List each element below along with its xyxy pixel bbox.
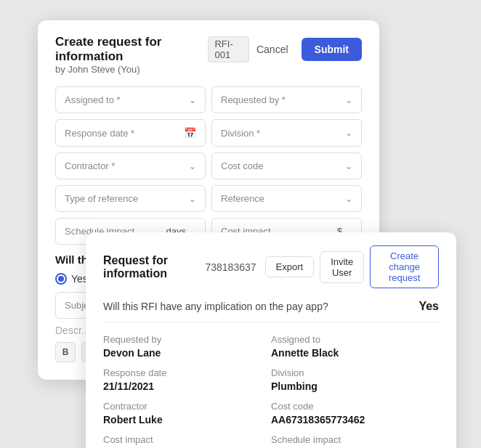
cost-code-label: Cost code bbox=[221, 160, 264, 171]
form-row-4: Type of reference ⌄ Reference ⌄ bbox=[55, 185, 362, 212]
export-button[interactable]: Export bbox=[265, 256, 315, 277]
front-card-header: Request for information 738183637 Export… bbox=[103, 245, 439, 288]
info-row-1: Requested by Devon Lane Assigned to Anne… bbox=[103, 334, 439, 359]
reference-field[interactable]: Reference ⌄ bbox=[211, 185, 362, 212]
info-row-2: Response date 21/11/2021 Division Plumbi… bbox=[103, 367, 439, 392]
front-card-title: Request for information bbox=[103, 254, 196, 280]
response-date-label: Response date bbox=[103, 367, 271, 378]
response-date-value: 21/11/2021 bbox=[103, 380, 271, 392]
division-field[interactable]: Division * ⌄ bbox=[211, 119, 362, 147]
requested-by-value: Devon Lane bbox=[103, 347, 271, 359]
schedule-impact-cell: Schedule impact 15 days bbox=[271, 434, 439, 448]
info-row-3: Contractor Robert Luke Cost code AA67318… bbox=[103, 401, 439, 425]
cancel-button[interactable]: Cancel bbox=[249, 39, 296, 60]
contractor-field[interactable]: Contractor * ⌄ bbox=[55, 152, 206, 179]
invite-user-button[interactable]: Invite User bbox=[320, 251, 364, 283]
yes-radio-dot bbox=[55, 273, 67, 285]
assigned-to-value: Annette Black bbox=[271, 347, 439, 359]
cost-impact-label: Cost impact bbox=[103, 434, 271, 445]
rfi-detail-card: Request for information 738183637 Export… bbox=[86, 232, 456, 448]
rfi-number: 738183637 bbox=[205, 261, 256, 273]
chevron-down-icon: ⌄ bbox=[189, 194, 196, 204]
contractor-cell: Contractor Robert Luke bbox=[103, 401, 271, 425]
by-line: by John Steve (You) bbox=[55, 64, 362, 75]
card-title: Create request for information bbox=[55, 35, 201, 64]
submit-button[interactable]: Submit bbox=[302, 38, 362, 61]
cost-impact-cell: Cost impact $ 1,256 bbox=[103, 434, 271, 448]
create-change-request-button[interactable]: Create change request bbox=[370, 245, 439, 288]
contractor-value: Robert Luke bbox=[103, 414, 271, 425]
form-row-2: Response date * 📅 Division * ⌄ bbox=[55, 119, 362, 147]
division-label: Division bbox=[271, 367, 439, 378]
pay-app-row: Will this RFI have any implication on th… bbox=[103, 300, 439, 322]
assigned-to-cell: Assigned to Annette Black bbox=[271, 334, 439, 359]
response-date-field[interactable]: Response date * 📅 bbox=[55, 119, 206, 147]
division-cell: Division Plumbing bbox=[271, 367, 439, 392]
pay-app-question-text: Will this RFI have any implication on th… bbox=[103, 301, 328, 312]
assigned-to-label: Assigned to * bbox=[65, 94, 121, 105]
cost-code-value: AA67318365773462 bbox=[271, 414, 439, 425]
chevron-down-icon: ⌄ bbox=[345, 95, 352, 105]
chevron-down-icon: ⌄ bbox=[189, 161, 196, 171]
form-row-1: Assigned to * ⌄ Requested by * ⌄ bbox=[55, 86, 362, 113]
info-grid: Requested by Devon Lane Assigned to Anne… bbox=[103, 334, 439, 448]
type-of-reference-label: Type of reference bbox=[65, 193, 138, 204]
response-date-cell: Response date 21/11/2021 bbox=[103, 367, 271, 392]
rfi-badge: RFI-001 bbox=[208, 36, 248, 62]
cost-code-field[interactable]: Cost code ⌄ bbox=[211, 152, 362, 179]
bold-button[interactable]: B bbox=[55, 342, 76, 362]
form-row-3: Contractor * ⌄ Cost code ⌄ bbox=[55, 152, 362, 179]
pay-app-answer: Yes bbox=[419, 300, 439, 313]
division-label: Division * bbox=[221, 128, 260, 139]
cost-code-cell: Cost code AA67318365773462 bbox=[271, 401, 439, 425]
chevron-down-icon: ⌄ bbox=[345, 194, 352, 204]
calendar-icon: 📅 bbox=[184, 127, 196, 139]
division-value: Plumbing bbox=[271, 380, 439, 392]
front-card-actions: Export Invite User Create change request bbox=[265, 245, 439, 288]
chevron-down-icon: ⌄ bbox=[345, 128, 352, 138]
chevron-down-icon: ⌄ bbox=[345, 161, 352, 171]
type-of-reference-field[interactable]: Type of reference ⌄ bbox=[55, 185, 206, 212]
cost-code-label: Cost code bbox=[271, 401, 439, 412]
requested-by-field[interactable]: Requested by * ⌄ bbox=[211, 86, 362, 113]
requested-by-cell: Requested by Devon Lane bbox=[103, 334, 271, 359]
chevron-down-icon: ⌄ bbox=[189, 95, 196, 105]
contractor-label: Contractor bbox=[103, 401, 271, 412]
card-actions: Cancel Submit bbox=[249, 38, 362, 61]
contractor-label: Contractor * bbox=[65, 160, 115, 171]
response-date-label: Response date * bbox=[65, 128, 134, 139]
assigned-to-label: Assigned to bbox=[271, 334, 439, 345]
reference-label: Reference bbox=[221, 193, 264, 204]
requested-by-label: Requested by bbox=[103, 334, 271, 345]
yes-radio[interactable]: Yes bbox=[55, 273, 88, 285]
info-row-4: Cost impact $ 1,256 Schedule impact 15 d… bbox=[103, 434, 439, 448]
assigned-to-field[interactable]: Assigned to * ⌄ bbox=[55, 86, 206, 113]
requested-by-label: Requested by * bbox=[221, 94, 286, 105]
schedule-impact-label: Schedule impact bbox=[271, 434, 439, 445]
